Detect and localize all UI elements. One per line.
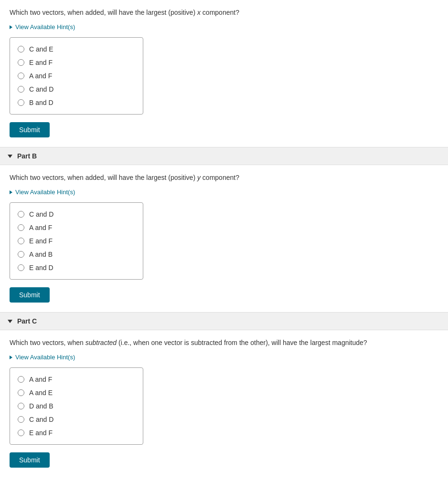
list-item: A and E	[18, 386, 135, 399]
chevron-down-icon	[8, 320, 12, 323]
list-item: E and D	[18, 261, 135, 274]
list-item: C and E	[18, 42, 135, 56]
part-a-section: Which two vectors, when added, will have…	[0, 0, 448, 147]
part-a-option-4-label[interactable]: C and D	[29, 85, 53, 93]
hint-arrow-icon	[10, 25, 12, 29]
list-item: E and F	[18, 56, 135, 69]
list-item: C and D	[18, 83, 135, 96]
part-c-question: Which two vectors, when subtracted (i.e.…	[0, 330, 448, 352]
chevron-down-icon	[8, 155, 12, 158]
part-a-option-3-radio[interactable]	[18, 73, 24, 79]
part-a-option-1-label[interactable]: C and E	[29, 45, 53, 53]
part-a-options-box: C and E E and F A and F C and D B and D	[10, 37, 143, 115]
part-b-option-2-radio[interactable]	[18, 224, 24, 231]
part-a-question: Which two vectors, when added, will have…	[0, 0, 448, 21]
part-b-option-4-label[interactable]: A and B	[29, 251, 53, 258]
part-b-option-4-radio[interactable]	[18, 251, 24, 258]
part-a-option-3-label[interactable]: A and F	[29, 72, 52, 80]
part-c-title: Part C	[17, 317, 37, 325]
part-b-option-3-label[interactable]: E and F	[29, 237, 53, 245]
part-b-option-2-label[interactable]: A and F	[29, 224, 52, 231]
part-a-hint-label: View Available Hint(s)	[15, 23, 75, 31]
part-a-hint-link[interactable]: View Available Hint(s)	[0, 21, 85, 35]
part-c-hint-label: View Available Hint(s)	[15, 354, 75, 361]
part-c-option-4-radio[interactable]	[18, 416, 24, 423]
part-a-option-5-radio[interactable]	[18, 99, 24, 106]
part-c-option-5-label[interactable]: E and F	[29, 429, 53, 437]
list-item: C and D	[18, 413, 135, 426]
hint-arrow-icon	[10, 356, 12, 359]
part-c-option-4-label[interactable]: C and D	[29, 416, 53, 423]
list-item: A and F	[18, 69, 135, 83]
part-b-header: Part B	[0, 147, 448, 165]
part-b-option-5-radio[interactable]	[18, 264, 24, 271]
part-b-option-1-label[interactable]: C and D	[29, 210, 53, 218]
part-a-option-5-label[interactable]: B and D	[29, 99, 53, 106]
part-b-title: Part B	[17, 152, 37, 160]
part-b-hint-link[interactable]: View Available Hint(s)	[0, 187, 85, 200]
list-item: E and F	[18, 426, 135, 439]
list-item: C and D	[18, 208, 135, 221]
list-item: D and B	[18, 399, 135, 413]
list-item: A and F	[18, 221, 135, 234]
part-c-option-2-label[interactable]: A and E	[29, 389, 53, 397]
part-c-section: Part C Which two vectors, when subtracte…	[0, 312, 448, 477]
part-c-option-5-radio[interactable]	[18, 429, 24, 436]
hint-arrow-icon	[10, 190, 12, 194]
part-b-section: Part B Which two vectors, when added, wi…	[0, 147, 448, 312]
part-a-submit-button[interactable]: Submit	[10, 122, 50, 137]
part-b-option-1-radio[interactable]	[18, 211, 24, 218]
list-item: A and F	[18, 373, 135, 386]
part-c-option-1-radio[interactable]	[18, 376, 24, 383]
part-c-option-3-label[interactable]: D and B	[29, 402, 53, 410]
part-a-option-2-label[interactable]: E and F	[29, 59, 53, 66]
part-c-submit-button[interactable]: Submit	[10, 452, 50, 468]
part-a-option-2-radio[interactable]	[18, 59, 24, 66]
part-c-hint-link[interactable]: View Available Hint(s)	[0, 352, 85, 366]
list-item: A and B	[18, 248, 135, 261]
part-a-option-1-radio[interactable]	[18, 46, 24, 52]
part-b-option-3-radio[interactable]	[18, 238, 24, 244]
part-b-submit-button[interactable]: Submit	[10, 287, 50, 303]
part-c-header: Part C	[0, 312, 448, 330]
list-item: B and D	[18, 96, 135, 109]
part-c-option-3-radio[interactable]	[18, 403, 24, 409]
part-c-option-1-label[interactable]: A and F	[29, 376, 52, 383]
part-b-options-box: C and D A and F E and F A and B E and D	[10, 202, 143, 280]
part-c-options-box: A and F A and E D and B C and D E and F	[10, 367, 143, 445]
part-c-option-2-radio[interactable]	[18, 389, 24, 396]
part-b-question: Which two vectors, when added, will have…	[0, 165, 448, 187]
list-item: E and F	[18, 234, 135, 248]
part-a-option-4-radio[interactable]	[18, 86, 24, 93]
part-b-hint-label: View Available Hint(s)	[15, 188, 75, 196]
part-b-option-5-label[interactable]: E and D	[29, 264, 53, 272]
